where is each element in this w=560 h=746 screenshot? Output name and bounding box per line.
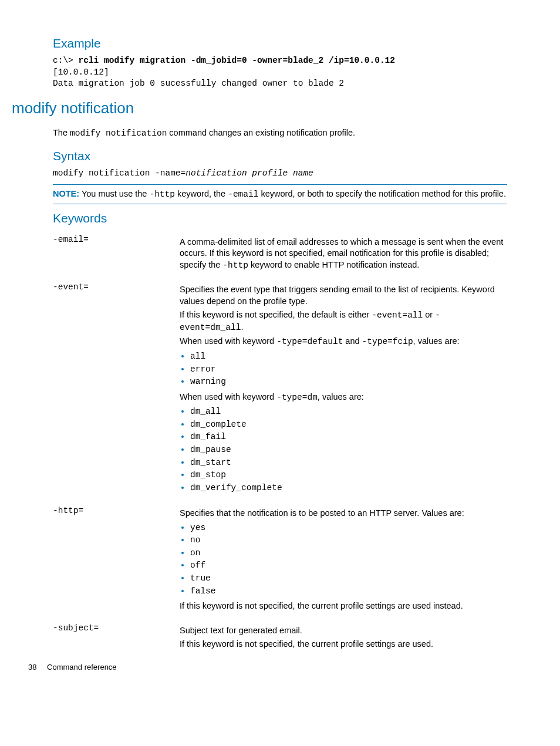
list-item: dm_stop — [190, 469, 504, 481]
example-output-2: Data migration job 0 sucessfully changed… — [53, 79, 344, 88]
list-item: no — [190, 534, 504, 546]
table-row: -event= Specifies the event type that tr… — [53, 279, 507, 503]
list-item: warning — [190, 376, 504, 388]
list-item: dm_start — [190, 457, 504, 469]
footer-label: Command reference — [47, 663, 117, 671]
list-item: yes — [190, 522, 504, 534]
intro-paragraph: The modify notification command changes … — [53, 127, 507, 140]
list-item: on — [190, 547, 504, 559]
list-item: false — [190, 585, 504, 598]
desc-text: , values are: — [318, 392, 364, 401]
list-item: dm_all — [190, 406, 504, 418]
list-item: off — [190, 559, 504, 572]
table-row: -email= A comma-delimited list of email … — [53, 232, 507, 280]
note-code-1: -http — [149, 190, 175, 199]
intro-code: modify notification — [70, 129, 167, 138]
desc-text: Subject text for generated email. — [180, 625, 504, 637]
example-code-block: c:\> rcli modify migration -dm_jobid=0 -… — [53, 55, 507, 90]
desc-text: When used with keyword — [180, 336, 276, 346]
keyword-desc-event: Specifies the event type that triggers s… — [180, 279, 507, 503]
intro-text-post: command changes an existing notification… — [167, 128, 355, 137]
note-label: NOTE: — [53, 189, 79, 198]
syntax-arg: notification profile name — [185, 168, 313, 178]
http-list: yes no on off true false — [180, 522, 504, 597]
table-row: -subject= Subject text for generated ema… — [53, 620, 507, 659]
table-row: -http= Specifies that the notification i… — [53, 503, 507, 620]
list-item: dm_verify_complete — [190, 482, 504, 494]
page-number: 38 — [28, 663, 36, 671]
note-rule-bottom — [53, 204, 507, 204]
desc-text: If this keyword is not specified, the cu… — [180, 639, 504, 650]
list-item: dm_pause — [190, 444, 504, 456]
keywords-table: -email= A comma-delimited list of email … — [53, 232, 507, 659]
desc-text: Specifies that the notification is to be… — [180, 508, 504, 519]
keyword-name-subject: -subject= — [53, 620, 180, 659]
section-heading-modify-notification: modify notification — [12, 98, 507, 119]
desc-text: keyword to enable HTTP notification inst… — [248, 260, 420, 269]
desc-code: -http — [222, 261, 248, 270]
note-block: NOTE: You must use the -http keyword, th… — [53, 188, 507, 201]
keyword-name-event: -event= — [53, 279, 180, 503]
document-page: Example c:\> rcli modify migration -dm_j… — [0, 0, 560, 693]
example-prompt: c:\> — [53, 56, 79, 65]
desc-text: , values are: — [413, 336, 460, 346]
desc-text: When used with keyword — [180, 392, 276, 401]
syntax-prefix: modify notification -name= — [53, 168, 185, 178]
desc-code: -event=all — [372, 310, 423, 320]
keyword-desc-email: A comma-delimited list of email addresse… — [180, 232, 507, 280]
keyword-desc-subject: Subject text for generated email. If thi… — [180, 620, 507, 659]
keyword-name-http: -http= — [53, 503, 180, 620]
desc-text: or — [423, 310, 435, 319]
desc-text: If this keyword is not specified, the de… — [180, 310, 372, 319]
desc-code: -type=fcip — [362, 337, 413, 346]
desc-code: -type=default — [276, 337, 343, 346]
syntax-line: modify notification -name=notification p… — [53, 168, 507, 180]
desc-text: . — [241, 322, 243, 332]
desc-code: -type=dm — [276, 393, 318, 402]
desc-text: and — [343, 336, 362, 346]
desc-text: If this keyword is not specified, the cu… — [180, 600, 504, 612]
list-item: dm_fail — [190, 431, 504, 443]
note-text-3: keyword, or both to specify the notifica… — [258, 189, 506, 198]
desc-text: Specifies the event type that triggers s… — [180, 284, 504, 307]
list-item: dm_complete — [190, 418, 504, 431]
syntax-heading: Syntax — [53, 148, 507, 164]
note-rule-top — [53, 184, 507, 185]
event-list-2: dm_all dm_complete dm_fail dm_pause dm_s… — [180, 406, 504, 494]
intro-text-pre: The — [53, 128, 70, 137]
note-text-2: keyword, the — [175, 189, 228, 198]
event-list-1: all error warning — [180, 350, 504, 388]
example-command: rcli modify migration -dm_jobid=0 -owner… — [79, 56, 396, 65]
list-item: error — [190, 363, 504, 376]
example-heading: Example — [53, 35, 507, 52]
list-item: true — [190, 572, 504, 585]
note-code-2: -email — [228, 190, 258, 199]
example-output-1: [10.0.0.12] — [53, 67, 109, 77]
list-item: all — [190, 350, 504, 363]
page-footer: 38 Command reference — [28, 662, 117, 673]
keyword-name-email: -email= — [53, 232, 180, 280]
keywords-heading: Keywords — [53, 210, 507, 227]
note-text-1: You must use the — [82, 189, 150, 198]
keyword-desc-http: Specifies that the notification is to be… — [180, 503, 507, 620]
